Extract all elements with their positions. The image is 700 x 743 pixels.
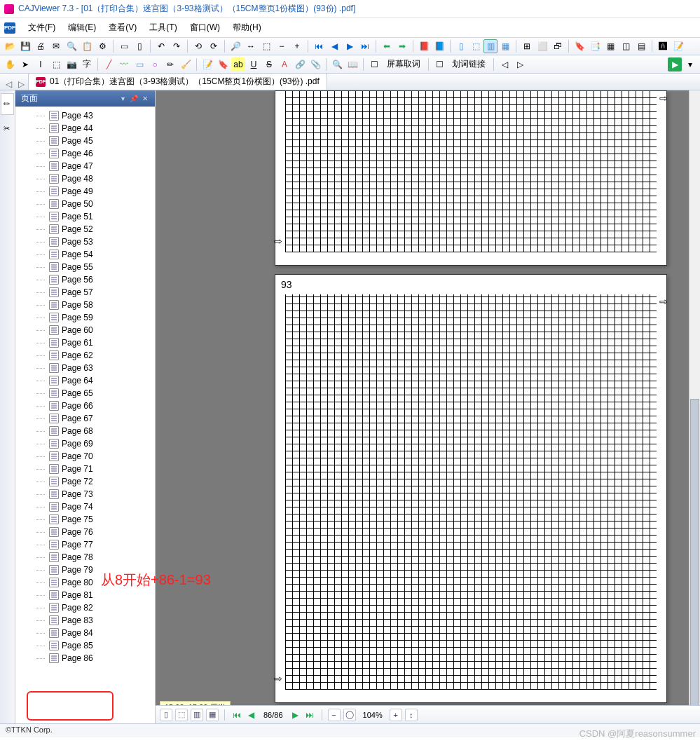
page-tree-item[interactable]: Page 61 — [15, 336, 155, 349]
page-tree-item[interactable]: Page 69 — [15, 437, 155, 450]
layers-icon[interactable]: ◫ — [619, 39, 633, 53]
facing-continuous-icon[interactable]: ▦ — [498, 39, 512, 53]
page-tree-item[interactable]: Page 50 — [15, 198, 155, 210]
scrollbar-thumb[interactable] — [690, 399, 699, 707]
single-page-icon[interactable]: ▯ — [454, 39, 468, 53]
search-doc-icon[interactable]: 🔍 — [64, 39, 78, 53]
first-icon[interactable]: ⏮ — [231, 710, 243, 720]
copy-icon[interactable]: 📋 — [80, 39, 94, 53]
menu-file[interactable]: 文件(F) — [22, 20, 61, 36]
text-select-icon[interactable]: I — [34, 57, 48, 71]
view-cont-icon[interactable]: ⬚ — [175, 709, 188, 721]
page-tree-item[interactable]: Page 72 — [15, 475, 155, 488]
tool-a-icon[interactable]: 🅰 — [656, 39, 670, 53]
menu-view[interactable]: 查看(V) — [103, 20, 142, 36]
page-tree-item[interactable]: Page 54 — [15, 248, 155, 261]
page-tree-item[interactable]: Page 55 — [15, 261, 155, 273]
grid-icon[interactable]: ⊞ — [520, 39, 534, 53]
page-tree-item[interactable]: Page 44 — [15, 122, 155, 135]
line-icon[interactable]: ╱ — [102, 57, 116, 71]
nav-back-icon[interactable]: ⬅ — [380, 39, 394, 53]
page-tree-item[interactable]: Page 86 — [15, 652, 155, 664]
curve-icon[interactable]: 〰 — [117, 57, 131, 71]
bookmark-icon[interactable]: 🔖 — [572, 39, 586, 53]
zoom-width-icon[interactable]: ↔ — [244, 39, 258, 53]
page-tree-item[interactable]: Page 82 — [15, 601, 155, 614]
underline-icon[interactable]: U — [247, 57, 261, 71]
zoom-in-icon[interactable]: + — [290, 39, 304, 53]
page-tree-item[interactable]: Page 78 — [15, 551, 155, 564]
redo-icon[interactable]: ↷ — [170, 39, 184, 53]
sidebar-tab-pages[interactable]: ✏ — [1, 93, 14, 115]
note-icon[interactable]: 📝 — [200, 57, 214, 71]
page-tree-item[interactable]: Page 83 — [15, 614, 155, 627]
page-tree-item[interactable]: Page 75 — [15, 513, 155, 526]
eraser-icon[interactable]: 🧹 — [179, 57, 193, 71]
prev-icon[interactable]: ◀ — [246, 710, 256, 720]
dict-icon[interactable]: 📖 — [345, 57, 359, 71]
stamp-icon[interactable]: 🔖 — [216, 57, 230, 71]
pencil-icon[interactable]: ✏ — [163, 57, 177, 71]
page-tree-item[interactable]: Page 74 — [15, 500, 155, 513]
find-icon[interactable]: 🔍 — [330, 57, 344, 71]
tab-next-icon[interactable]: ▷ — [15, 79, 27, 90]
checkbox-pick-icon[interactable]: ☐ — [367, 57, 381, 71]
nav-back2-icon[interactable]: ◁ — [497, 57, 512, 71]
page-tree-item[interactable]: Page 56 — [15, 273, 155, 286]
panel-pin-icon[interactable]: 📌 — [130, 95, 138, 103]
undo-icon[interactable]: ↶ — [154, 39, 168, 53]
zoom-fit-btn-icon[interactable]: ↕ — [405, 709, 418, 721]
page-tree-item[interactable]: Page 43 — [15, 109, 155, 122]
book2-icon[interactable]: 📘 — [432, 39, 446, 53]
page-tree-item[interactable]: Page 67 — [15, 412, 155, 425]
mail-icon[interactable]: ✉ — [49, 39, 63, 53]
page-tree-item[interactable]: Page 71 — [15, 463, 155, 475]
rotate-right-icon[interactable]: ⟳ — [207, 39, 221, 53]
vertical-scrollbar[interactable] — [689, 90, 700, 716]
page-layout-icon[interactable]: ▭ — [117, 39, 131, 53]
zoom-reset-icon[interactable]: ◯ — [343, 709, 356, 721]
menu-tools[interactable]: 工具(T) — [144, 20, 182, 36]
page-tree-item[interactable]: Page 80 — [15, 576, 155, 589]
highlight-icon[interactable]: ab — [231, 57, 245, 71]
hand-icon[interactable]: ✋ — [3, 57, 17, 71]
checkbox-link-icon[interactable]: ☐ — [432, 57, 446, 71]
page-tree-item[interactable]: Page 59 — [15, 311, 155, 324]
page-tree-item[interactable]: Page 68 — [15, 425, 155, 437]
page-tree-item[interactable]: Page 63 — [15, 362, 155, 374]
last-icon[interactable]: ⏭ — [303, 710, 316, 720]
page-tree-item[interactable]: Page 53 — [15, 236, 155, 248]
zoom-fit-icon[interactable]: 🔎 — [228, 39, 242, 53]
page-tree-item[interactable]: Page 60 — [15, 324, 155, 336]
rotate-left-icon[interactable]: ⟲ — [191, 39, 205, 53]
page-tree-item[interactable]: Page 58 — [15, 299, 155, 311]
image-select-icon[interactable]: ⬚ — [49, 57, 63, 71]
view-grid-icon[interactable]: ▦ — [206, 709, 219, 721]
page-tree-item[interactable]: Page 46 — [15, 147, 155, 160]
save-icon[interactable]: 💾 — [18, 39, 32, 53]
rect-icon[interactable]: ▭ — [132, 57, 146, 71]
page-tree-item[interactable]: Page 81 — [15, 589, 155, 601]
next-icon[interactable]: ▶ — [290, 710, 301, 720]
page-tree-item[interactable]: Page 84 — [15, 627, 155, 639]
page-tree-item[interactable]: Page 45 — [15, 135, 155, 147]
page-tree-item[interactable]: Page 77 — [15, 538, 155, 551]
sidebar-tab-outline[interactable]: ✂ — [1, 118, 14, 139]
window-icon[interactable]: ⬜ — [535, 39, 549, 53]
print-icon[interactable]: 🖨 — [34, 39, 48, 53]
page-tree-item[interactable]: Page 85 — [15, 639, 155, 652]
tile-icon[interactable]: ▤ — [634, 39, 648, 53]
tool-b-icon[interactable]: 📝 — [671, 39, 685, 53]
nav-forward-icon[interactable]: ➡ — [395, 39, 409, 53]
ocr-icon[interactable]: 字 — [80, 57, 94, 71]
zoom-page-icon[interactable]: ⬚ — [259, 39, 273, 53]
menu-window[interactable]: 窗口(W) — [184, 20, 226, 36]
menu-edit[interactable]: 编辑(E) — [62, 20, 102, 36]
page-tree-item[interactable]: Page 73 — [15, 488, 155, 500]
link-icon[interactable]: 🔗 — [293, 57, 307, 71]
document-tab[interactable]: PDF 01（打印合集）迷宫图（3-93格测试）（15CM整页1份横图）(93份… — [28, 73, 327, 90]
pointer-icon[interactable]: ➤ — [18, 57, 32, 71]
page-tree-item[interactable]: Page 76 — [15, 526, 155, 538]
page-tree[interactable]: Page 43Page 44Page 45Page 46Page 47Page … — [15, 107, 155, 728]
zoom-in-btn-icon[interactable]: + — [390, 709, 402, 721]
